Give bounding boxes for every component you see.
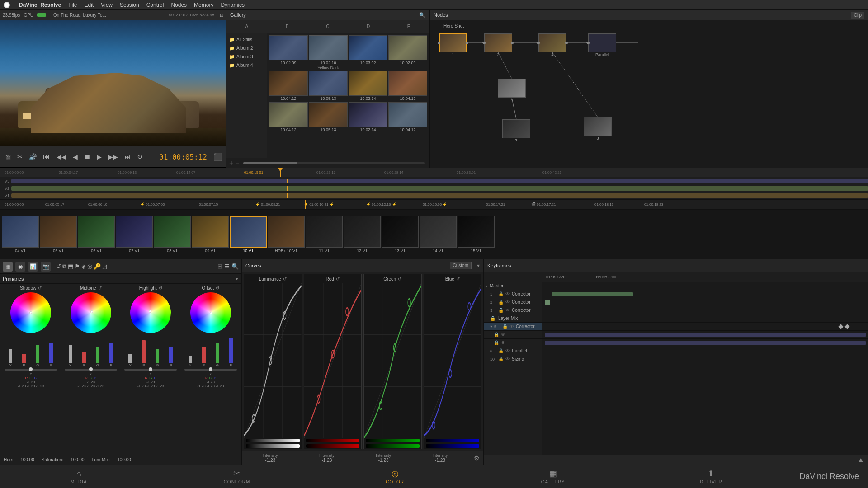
clip-14[interactable]: 14 V1 bbox=[420, 216, 457, 253]
kf-lock-lm[interactable]: 🔒 bbox=[490, 316, 495, 321]
gallery-remove-icon[interactable]: − bbox=[235, 159, 239, 167]
nav-conform[interactable]: ✂ CONFORM bbox=[158, 465, 316, 488]
kf-eye-sub2[interactable]: 👁 bbox=[501, 340, 505, 345]
clip-05[interactable]: 05 V1 bbox=[40, 216, 77, 253]
kf-eye-s10[interactable]: 👁 bbox=[505, 357, 510, 361]
next-icon[interactable]: ▶▶ bbox=[106, 152, 120, 161]
kf-lock-p6[interactable]: 🔒 bbox=[498, 348, 504, 353]
menu-nodes[interactable]: Nodes bbox=[171, 2, 187, 8]
curves-settings-icon[interactable]: ⚙ bbox=[474, 455, 480, 462]
kf-lock-5[interactable]: 🔒 bbox=[502, 324, 508, 329]
primaries-expand-icon[interactable]: ▸ bbox=[236, 276, 239, 282]
tool-list-icon[interactable]: ☰ bbox=[224, 263, 230, 270]
gallery-thumb-8[interactable]: 10.04.12 bbox=[388, 71, 427, 101]
shadow-slider[interactable] bbox=[5, 369, 57, 371]
gallery-thumb-4[interactable]: 10.02.09 bbox=[388, 35, 427, 70]
menu-edit[interactable]: Edit bbox=[85, 2, 94, 8]
kf-eye-5[interactable]: 👁 bbox=[509, 324, 514, 329]
tool-bars-icon[interactable]: ▦ bbox=[3, 262, 13, 272]
midtone-wheel[interactable] bbox=[71, 292, 111, 333]
gallery-thumb-11[interactable]: 10.02.14 bbox=[349, 102, 387, 132]
kf-lock-3[interactable]: 🔒 bbox=[498, 308, 504, 313]
prev-icon[interactable]: ◀ bbox=[71, 152, 80, 161]
gallery-album-all[interactable]: 📁All Stills bbox=[226, 35, 267, 44]
clip-04[interactable]: 04 V1 bbox=[2, 216, 39, 253]
clip-09[interactable]: 09 V1 bbox=[192, 216, 229, 253]
kf-eye-sub1[interactable]: 👁 bbox=[501, 332, 505, 337]
tool-copy-icon[interactable]: ⧉ bbox=[62, 263, 66, 270]
menu-memory[interactable]: Memory bbox=[194, 2, 213, 8]
tool-misc-icon[interactable]: ◿ bbox=[102, 263, 107, 270]
menu-file[interactable]: File bbox=[68, 2, 77, 8]
clip-hdrx-10[interactable]: HDRx 10 V1 bbox=[268, 216, 305, 253]
clip-08[interactable]: 08 V1 bbox=[154, 216, 191, 253]
kf-eye-p6[interactable]: 👁 bbox=[505, 348, 510, 353]
green-curve-reset[interactable]: ↺ bbox=[398, 277, 401, 282]
tool-flag-icon[interactable]: ⚑ bbox=[75, 263, 80, 270]
tool-grid-icon[interactable]: ⊞ bbox=[217, 263, 222, 270]
clip-07[interactable]: 07 V1 bbox=[116, 216, 153, 253]
next-frame-icon[interactable]: ⏭ bbox=[123, 152, 132, 161]
node-parallel[interactable]: Parallel bbox=[588, 33, 616, 57]
audio-icon[interactable]: 🔊 bbox=[27, 152, 38, 161]
blue-curve-canvas[interactable] bbox=[424, 283, 481, 438]
gallery-thumb-9[interactable]: 10.04.12 bbox=[269, 102, 308, 132]
tool-camera-icon[interactable]: 📷 bbox=[41, 262, 51, 272]
clip-mode-button[interactable]: Clip bbox=[851, 12, 864, 19]
tool-qualify-icon[interactable]: ◈ bbox=[81, 263, 86, 270]
tool-blur-icon[interactable]: ◎ bbox=[87, 263, 92, 270]
node-2[interactable]: 2 bbox=[484, 33, 512, 57]
gallery-thumb-7[interactable]: 10.02.14 bbox=[349, 71, 387, 101]
lum-curve-canvas[interactable] bbox=[244, 283, 302, 438]
kf-eye-3[interactable]: 👁 bbox=[505, 308, 510, 313]
stop-icon[interactable]: ⏹ bbox=[82, 152, 92, 161]
node-8[interactable]: 8 bbox=[584, 117, 612, 141]
nav-color[interactable]: ◎ COLOR bbox=[316, 465, 474, 488]
kf-lock-sub2[interactable]: 🔒 bbox=[494, 340, 499, 345]
highlight-slider[interactable] bbox=[124, 369, 177, 371]
fullscreen-icon[interactable]: ⊡ bbox=[220, 13, 223, 18]
tool-wheel-icon[interactable]: ◉ bbox=[15, 262, 25, 272]
kf-eye-2[interactable]: 👁 bbox=[505, 300, 510, 305]
shadow-wheel[interactable] bbox=[10, 292, 51, 333]
kf-lock-2[interactable]: 🔒 bbox=[498, 300, 504, 305]
midtone-slider[interactable] bbox=[65, 369, 117, 371]
menu-dynamics[interactable]: Dynamics bbox=[221, 2, 245, 8]
gallery-thumb-10[interactable]: 10.05.13 bbox=[309, 102, 348, 132]
shadow-reset-icon[interactable]: ↺ bbox=[38, 286, 42, 291]
offset-wheel[interactable] bbox=[190, 292, 231, 333]
menu-view[interactable]: View bbox=[101, 2, 113, 8]
menu-session[interactable]: Session bbox=[120, 2, 139, 8]
highlight-reset-icon[interactable]: ↺ bbox=[159, 286, 162, 291]
curves-mode-button[interactable]: Custom bbox=[450, 262, 472, 269]
nav-deliver[interactable]: ⬆ DELIVER bbox=[632, 465, 791, 488]
node-4[interactable]: 4 bbox=[538, 33, 566, 57]
prev-frame-icon[interactable]: ◀◀ bbox=[55, 152, 68, 161]
skip-forward-icon[interactable]: ↻ bbox=[135, 152, 144, 161]
cut-icon[interactable]: ✂ bbox=[15, 152, 24, 161]
red-curve-canvas[interactable] bbox=[304, 283, 362, 438]
kf-lock-s10[interactable]: 🔒 bbox=[498, 357, 504, 361]
play-icon[interactable]: ▶ bbox=[95, 152, 104, 161]
gallery-thumb-3[interactable]: 10.03.02 bbox=[349, 35, 387, 70]
gallery-thumb-5[interactable]: 10.04.12 bbox=[269, 71, 308, 101]
curves-expand-icon[interactable]: ▾ bbox=[477, 263, 480, 269]
gallery-thumb-6[interactable]: 10.05.13 bbox=[309, 71, 348, 101]
tool-log-icon[interactable]: 📊 bbox=[28, 262, 38, 272]
clip-12[interactable]: 12 V1 bbox=[344, 216, 381, 253]
offset-slider[interactable] bbox=[184, 369, 237, 371]
gallery-album-4[interactable]: 📁Album 4 bbox=[226, 61, 267, 70]
gallery-album-2[interactable]: 📁Album 2 bbox=[226, 44, 267, 52]
lum-curve-reset[interactable]: ↺ bbox=[283, 277, 287, 282]
node-7[interactable]: 7 bbox=[502, 119, 530, 143]
tool-search-icon[interactable]: 🔍 bbox=[231, 263, 239, 270]
nav-gallery[interactable]: ▦ GALLERY bbox=[474, 465, 632, 488]
skip-back-icon[interactable]: ⏮ bbox=[41, 152, 52, 162]
gallery-search-icon[interactable]: 🔍 bbox=[419, 12, 425, 18]
blue-curve-reset[interactable]: ↺ bbox=[456, 277, 460, 282]
clip-15[interactable]: 15 V1 bbox=[458, 216, 495, 253]
kf-add-icon[interactable]: ▲ bbox=[857, 456, 864, 464]
kf-lock-1[interactable]: 🔒 bbox=[498, 291, 504, 296]
gallery-thumb-2[interactable]: 10.02.10 Yellow Dark bbox=[309, 35, 348, 70]
offset-reset-icon[interactable]: ↺ bbox=[216, 286, 219, 291]
